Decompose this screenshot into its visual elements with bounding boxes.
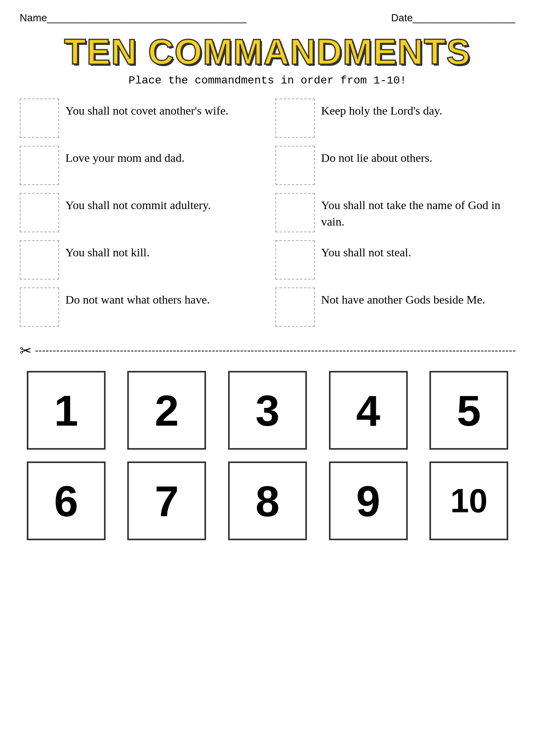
answer-box-5[interactable] xyxy=(20,193,59,232)
commandment-text-3: Love your mom and dad. xyxy=(65,146,184,166)
number-card-1: 1 xyxy=(27,371,106,450)
answer-box-4[interactable] xyxy=(275,146,315,185)
number-card-8: 8 xyxy=(228,461,307,540)
answer-box-3[interactable] xyxy=(20,146,59,185)
commandment-item-6: You shall not take the name of God in va… xyxy=(275,193,515,232)
answer-box-9[interactable] xyxy=(20,287,59,327)
header-row: Name___________________________________ … xyxy=(20,12,515,24)
answer-box-10[interactable] xyxy=(275,287,315,327)
numbers-row-1: 12345 xyxy=(20,371,515,450)
commandment-item-1: You shall not covet another's wife. xyxy=(20,98,260,138)
answer-box-2[interactable] xyxy=(275,98,315,138)
answer-box-8[interactable] xyxy=(275,240,315,280)
answer-box-7[interactable] xyxy=(20,240,59,280)
date-label: Date__________________ xyxy=(391,12,515,24)
number-card-3: 3 xyxy=(228,371,307,450)
number-card-5: 5 xyxy=(429,371,508,450)
commandment-text-9: Do not want what others have. xyxy=(65,287,210,308)
scissor-divider: ✂ xyxy=(20,343,515,359)
commandment-text-5: You shall not commit adultery. xyxy=(65,193,211,213)
commandment-item-9: Do not want what others have. xyxy=(20,287,260,327)
number-card-10: 10 xyxy=(429,461,508,540)
cut-line xyxy=(35,350,515,352)
commandment-text-8: You shall not steal. xyxy=(321,240,411,261)
number-card-9: 9 xyxy=(329,461,408,540)
commandment-item-7: You shall not kill. xyxy=(20,240,260,280)
commandment-text-1: You shall not covet another's wife. xyxy=(65,98,228,119)
commandment-item-10: Not have another Gods beside Me. xyxy=(275,287,515,327)
commandment-item-5: You shall not commit adultery. xyxy=(20,193,260,232)
number-card-7: 7 xyxy=(127,461,206,540)
main-title: TEN COMMANDMENTS xyxy=(64,32,471,72)
commandment-item-2: Keep holy the Lord's day. xyxy=(275,98,515,138)
commandments-grid: You shall not covet another's wife.Keep … xyxy=(20,98,515,327)
numbers-section: 12345 678910 xyxy=(20,371,515,540)
numbers-row-2: 678910 xyxy=(20,461,515,540)
scissor-icon: ✂ xyxy=(20,343,32,359)
name-label: Name___________________________________ xyxy=(20,12,246,24)
commandment-item-3: Love your mom and dad. xyxy=(20,146,260,185)
commandment-text-2: Keep holy the Lord's day. xyxy=(321,98,442,119)
title-section: TEN COMMANDMENTS Place the commandments … xyxy=(20,32,515,87)
commandment-text-7: You shall not kill. xyxy=(65,240,150,261)
answer-box-6[interactable] xyxy=(275,193,315,232)
commandment-item-4: Do not lie about others. xyxy=(275,146,515,185)
subtitle: Place the commandments in order from 1-1… xyxy=(20,74,515,87)
number-card-2: 2 xyxy=(127,371,206,450)
commandment-text-4: Do not lie about others. xyxy=(321,146,432,166)
commandment-text-6: You shall not take the name of God in va… xyxy=(321,193,515,230)
number-card-4: 4 xyxy=(329,371,408,450)
number-card-6: 6 xyxy=(27,461,106,540)
commandment-text-10: Not have another Gods beside Me. xyxy=(321,287,485,308)
commandment-item-8: You shall not steal. xyxy=(275,240,515,280)
answer-box-1[interactable] xyxy=(20,98,59,138)
